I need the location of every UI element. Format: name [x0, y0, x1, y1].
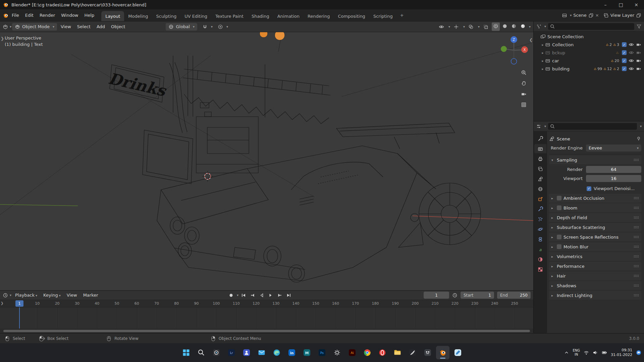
timeline-expand-arrow[interactable]: ❯: [1, 301, 3, 305]
taskbar-app-linkedin[interactable]: in: [285, 346, 299, 359]
outliner-row-scene-collection[interactable]: Scene Collection: [534, 33, 644, 41]
wifi-icon[interactable]: [584, 350, 589, 355]
jump-end-button[interactable]: [284, 292, 293, 299]
unlink-scene-button[interactable]: ×: [595, 13, 599, 18]
minimize-button[interactable]: –: [598, 0, 613, 9]
mode-dropdown[interactable]: Object Mode▾: [12, 23, 57, 31]
taskbar-app-illustrator[interactable]: Ai: [345, 346, 359, 359]
current-frame-field[interactable]: 1: [424, 292, 449, 299]
section-volumetrics[interactable]: ▸Volumetrics: [549, 252, 641, 261]
outliner-row-building[interactable]: ▸building99122✓: [534, 65, 644, 73]
properties-editor-icon[interactable]: [536, 124, 541, 129]
timeline-menu-marker[interactable]: Marker: [80, 292, 101, 299]
timeline-editor[interactable]: ▾ Playback▾Keying▾ViewMarker ▾ 1 Start1 …: [0, 290, 533, 333]
disclosure-arrow-icon[interactable]: ▸: [540, 43, 545, 47]
lamp-orbs[interactable]: [260, 32, 285, 52]
storefront-wireframe[interactable]: [110, 56, 330, 184]
menu-window[interactable]: Window: [58, 12, 81, 19]
disclosure-arrow-icon[interactable]: ▸: [540, 67, 545, 71]
taskbar-app-opera[interactable]: [376, 346, 389, 359]
taskbar-app-photos[interactable]: [210, 346, 223, 359]
timeline-menu-playback[interactable]: Playback▾: [12, 292, 40, 299]
jump-start-button[interactable]: [239, 292, 248, 299]
section-bloom[interactable]: ▸Bloom: [549, 203, 641, 212]
proportional-editing-toggle[interactable]: [215, 23, 225, 31]
view-layer-icon[interactable]: [603, 13, 609, 18]
new-view-layer-button[interactable]: [636, 13, 641, 18]
zoom-tool-icon[interactable]: [521, 70, 527, 75]
workspace-tab-shading[interactable]: Shading: [248, 11, 273, 21]
outliner-search-input[interactable]: [548, 23, 634, 30]
playhead-handle[interactable]: 1: [15, 300, 23, 307]
taskbar-app-chrome[interactable]: [361, 346, 374, 359]
tray-overflow-icon[interactable]: [564, 350, 569, 355]
outliner-editor-icon[interactable]: [536, 24, 541, 29]
outliner-row-bckup[interactable]: ▸bckup✓: [534, 49, 644, 57]
section-screen-space-reflections[interactable]: ▸Screen Space Reflections: [549, 233, 641, 241]
visibility-toggle[interactable]: [436, 23, 446, 31]
disable-render-icon[interactable]: [636, 50, 641, 55]
section-depth-of-field[interactable]: ▸Depth of Field: [549, 213, 641, 222]
viewport-menu-view[interactable]: View: [58, 23, 74, 30]
taskbar-app-file-explorer[interactable]: [391, 346, 404, 359]
hovercar-wireframe[interactable]: [157, 123, 455, 282]
workspace-tab-modeling[interactable]: Modeling: [124, 11, 152, 21]
drag-handle-icon[interactable]: [634, 255, 639, 258]
section-sampling[interactable]: ▾ Sampling: [549, 156, 641, 164]
toolbar-expand-arrow[interactable]: ❯: [1, 36, 4, 41]
taskbar-app-start[interactable]: [179, 346, 193, 359]
sign-text[interactable]: Drinks: [107, 69, 168, 100]
taskbar-app-edge[interactable]: [270, 346, 283, 359]
xray-toggle[interactable]: [481, 23, 491, 31]
workspace-tab-scripting[interactable]: Scripting: [369, 11, 397, 21]
timeline-scrollbar[interactable]: [3, 330, 530, 332]
menu-file[interactable]: File: [9, 12, 22, 19]
use-preview-range-icon[interactable]: [452, 293, 458, 298]
camera-view-icon[interactable]: [521, 91, 527, 97]
viewport-menu-object[interactable]: Object: [108, 23, 128, 30]
taskbar-app-photoshop[interactable]: Ps: [315, 346, 329, 359]
collection-checkbox[interactable]: ✓: [622, 58, 627, 63]
frame-end-field[interactable]: End250: [497, 292, 531, 299]
properties-tab-world[interactable]: [534, 184, 546, 193]
render-engine-dropdown[interactable]: Eevee▾: [586, 144, 641, 152]
properties-tab-output[interactable]: [534, 154, 546, 163]
section-checkbox[interactable]: [557, 196, 561, 200]
properties-tab-particles[interactable]: [534, 215, 546, 224]
properties-tab-object[interactable]: [534, 194, 546, 203]
taskbar-app-lightroom[interactable]: Lr: [225, 346, 238, 359]
auto-keying-dropdown[interactable]: ▾: [237, 293, 238, 297]
drag-handle-icon[interactable]: [634, 226, 639, 229]
collection-checkbox[interactable]: ✓: [622, 42, 627, 47]
browse-scene-icon[interactable]: [562, 13, 567, 18]
scene-name[interactable]: Scene: [573, 13, 587, 18]
properties-search-input[interactable]: [548, 123, 637, 130]
next-keyframe-button[interactable]: [275, 292, 284, 299]
section-checkbox[interactable]: [557, 205, 561, 210]
drag-handle-icon[interactable]: [634, 197, 639, 199]
taskbar-app-blender[interactable]: [436, 346, 449, 359]
outliner-row-car[interactable]: ▸car20✓: [534, 57, 644, 65]
snap-toggle[interactable]: [200, 23, 210, 31]
orientation-dropdown[interactable]: Global▾: [166, 23, 197, 31]
workspace-tab-animation[interactable]: Animation: [273, 11, 304, 21]
workspace-tab-uv-editing[interactable]: UV Editing: [180, 11, 211, 21]
taskbar-app-gimp[interactable]: [421, 346, 434, 359]
section-subsurface-scattering[interactable]: ▸Subsurface Scattering: [549, 223, 641, 232]
turbine-wireframe[interactable]: [397, 154, 481, 247]
properties-tab-constraints[interactable]: [534, 235, 546, 244]
collection-checkbox[interactable]: ✓: [622, 66, 627, 71]
shading-dropdown[interactable]: ▾: [529, 25, 531, 28]
taskbar-app-teams[interactable]: [240, 346, 253, 359]
viewport-menu-select[interactable]: Select: [74, 23, 94, 30]
drag-handle-icon[interactable]: [634, 159, 639, 161]
drag-handle-icon[interactable]: [634, 284, 639, 287]
workspace-tab-texture-paint[interactable]: Texture Paint: [211, 11, 248, 21]
navigation-gizmo[interactable]: Z X: [498, 35, 529, 67]
hide-viewport-icon[interactable]: [629, 58, 634, 63]
timeline-menu-keying[interactable]: Keying▾: [40, 292, 64, 299]
section-hair[interactable]: ▸Hair: [549, 272, 641, 280]
orthographic-toggle-icon[interactable]: [521, 102, 527, 108]
3d-viewport[interactable]: Drinks: [0, 32, 533, 290]
view-layer-name[interactable]: View Layer: [610, 13, 634, 18]
